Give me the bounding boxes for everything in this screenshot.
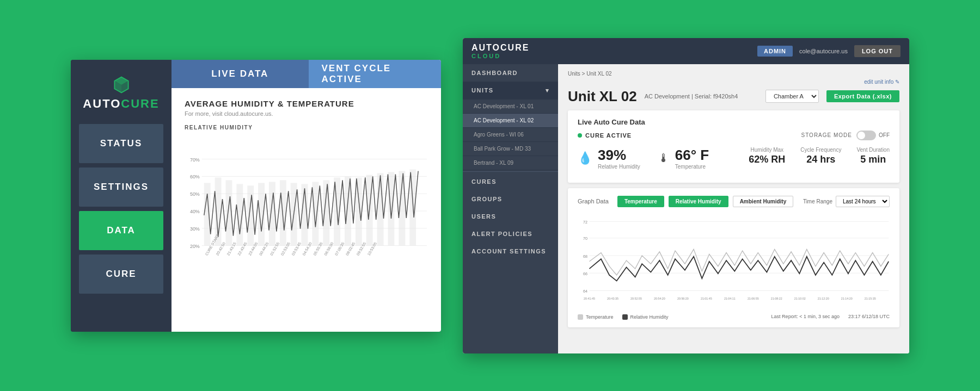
svg-rect-22 <box>269 182 275 245</box>
vent-dur-stat: Vent Duration 5 min <box>856 147 890 165</box>
svg-rect-29 <box>345 176 351 245</box>
svg-rect-30 <box>356 177 362 245</box>
web-sidebar: DASHBOARD UNITS ▾ AC Development - XL 01… <box>463 64 558 353</box>
edit-unit-link[interactable]: edit unit info ✎ <box>568 79 899 85</box>
web-panel: AUTOCURE CLOUD ADMIN cole@autocure.us LO… <box>463 38 909 353</box>
sidebar-item-dashboard[interactable]: DASHBOARD <box>463 64 558 82</box>
humidity-legend-color <box>622 314 628 320</box>
cycle-freq-label: Cycle Frequency <box>800 147 841 153</box>
temperature-metric: 🌡 66° F Temperature <box>658 147 709 170</box>
settings-button[interactable]: SETTINGS <box>79 167 163 207</box>
admin-badge: ADMIN <box>757 46 793 57</box>
sidebar-item-units[interactable]: UNITS ▾ <box>463 82 558 100</box>
temperature-value: 66° F <box>675 147 709 164</box>
vent-dur-label: Vent Duration <box>856 147 890 153</box>
legend-humidity: Relative Humidity <box>622 314 669 320</box>
cure-active-row: CURE ACTIVE STORAGE MODE OFF <box>578 131 890 140</box>
export-button[interactable]: Export Data (.xlsx) <box>826 90 899 102</box>
graph-data-section: Graph Data Temperature Relative Humidity… <box>568 188 899 327</box>
svg-text:30%: 30% <box>190 226 200 231</box>
breadcrumb: Units > Unit XL 02 <box>568 71 899 77</box>
sidebar-subitem-xl01[interactable]: AC Development - XL 01 <box>463 100 558 114</box>
time-utc: 23:17 6/12/18 UTC <box>848 314 890 319</box>
web-logo: AUTOCURE CLOUD <box>471 43 529 59</box>
time-range-select[interactable]: Last 24 hours <box>836 196 890 207</box>
svg-rect-16 <box>204 183 211 245</box>
sidebar-subitem-xl09[interactable]: Bertrand - XL 09 <box>463 156 558 170</box>
sidebar-subitem-xl02[interactable]: AC Development - XL 02 <box>463 114 558 128</box>
svg-text:50%: 50% <box>190 191 200 197</box>
graph-data-label: Graph Data <box>578 198 609 204</box>
humidity-chart-svg: 70% 60% 50% 40% 30% 20% <box>185 134 428 286</box>
svg-text:20:54:20: 20:54:20 <box>654 296 665 300</box>
humidity-max-value: 62% RH <box>749 154 785 165</box>
svg-text:66: 66 <box>583 271 587 276</box>
device-header: LIVE DATA VENT CYCLE ACTIVE <box>171 60 441 88</box>
svg-rect-26 <box>312 182 318 245</box>
svg-rect-23 <box>280 180 286 245</box>
sidebar-item-groups[interactable]: GROUPS <box>463 190 558 208</box>
humidity-icon: 💧 <box>578 151 592 165</box>
status-button[interactable]: STATUS <box>79 124 163 163</box>
svg-text:21:01:45: 21:01:45 <box>701 296 712 300</box>
svg-text:21:08:22: 21:08:22 <box>771 296 782 300</box>
svg-text:20%: 20% <box>190 243 200 249</box>
svg-text:21:04:11: 21:04:11 <box>724 296 736 300</box>
temperature-legend-color <box>578 314 583 320</box>
sidebar-item-users[interactable]: USERS <box>463 208 558 225</box>
sidebar-subitem-md33[interactable]: Ball Park Grow - MD 33 <box>463 142 558 156</box>
svg-text:20:43:35: 20:43:35 <box>607 296 618 300</box>
humidity-metric: 💧 39% Relative Humidity <box>578 147 640 170</box>
logout-button[interactable]: LOG OUT <box>854 45 901 57</box>
chamber-select[interactable]: Chamber A <box>765 90 819 103</box>
relative-humidity-btn[interactable]: Relative Humidity <box>669 196 728 207</box>
unit-title-row: Unit XL 02 AC Development | Serial: f942… <box>568 88 899 105</box>
temperature-legend-label: Temperature <box>586 314 614 320</box>
temperature-icon: 🌡 <box>658 151 670 165</box>
data-button[interactable]: DATA <box>79 211 163 250</box>
svg-text:20:52:55: 20:52:55 <box>630 296 642 300</box>
autocure-logo-icon <box>112 75 131 95</box>
svg-text:68: 68 <box>583 254 587 258</box>
sidebar-item-alert-policies[interactable]: ALERT POLICIES <box>463 225 558 243</box>
svg-text:20:41:45: 20:41:45 <box>584 296 595 300</box>
humidity-max-stat: Humidity Max 62% RH <box>749 147 785 165</box>
metrics-row: 💧 39% Relative Humidity 🌡 66° F Temperat… <box>578 147 890 170</box>
web-content: Units > Unit XL 02 edit unit info ✎ Unit… <box>558 64 909 353</box>
time-range-row: Time Range Last 24 hours <box>803 196 890 207</box>
svg-text:40%: 40% <box>190 208 200 214</box>
temperature-btn[interactable]: Temperature <box>617 196 664 207</box>
sidebar-subitem-wi06[interactable]: Agro Greens - WI 06 <box>463 128 558 142</box>
unit-title: Unit XL 02 <box>568 88 637 105</box>
temperature-label: Temperature <box>675 164 709 170</box>
ambient-humidity-btn[interactable]: Ambient Humidity <box>733 196 794 207</box>
svg-text:60%: 60% <box>190 174 200 179</box>
vent-dur-value: 5 min <box>856 154 890 165</box>
svg-text:70: 70 <box>583 237 587 241</box>
device-main: LIVE DATA VENT CYCLE ACTIVE AVERAGE HUMI… <box>171 60 441 332</box>
humidity-legend-label: Relative Humidity <box>630 314 669 320</box>
chart-legend: Temperature Relative Humidity <box>578 314 669 320</box>
svg-text:21:10:02: 21:10:02 <box>794 296 806 300</box>
main-chart: 72 70 68 66 64 <box>578 213 890 308</box>
unit-meta: AC Development | Serial: f9420sh4 <box>645 93 738 100</box>
cure-active-label: CURE ACTIVE <box>585 132 632 139</box>
cure-button[interactable]: CURE <box>79 255 163 294</box>
toggle-knob <box>857 132 865 139</box>
web-topbar: AUTOCURE CLOUD ADMIN cole@autocure.us LO… <box>463 38 909 64</box>
svg-text:72: 72 <box>583 220 587 224</box>
storage-mode-label: STORAGE MODE <box>801 132 853 138</box>
live-data-card: Live Auto Cure Data CURE ACTIVE STORAGE … <box>568 110 899 183</box>
time-range-label: Time Range <box>803 198 832 204</box>
sidebar-item-cures[interactable]: CURES <box>463 173 558 190</box>
device-content: AVERAGE HUMIDITY & TEMPERATURE For more,… <box>171 88 441 332</box>
sidebar-item-account-settings[interactable]: ACCOUNT SETTINGS <box>463 243 558 260</box>
storage-mode-toggle[interactable] <box>856 131 876 140</box>
vent-cycle-header: VENT CYCLE ACTIVE <box>309 60 442 88</box>
units-arrow-icon: ▾ <box>546 87 550 94</box>
cure-active-dot <box>578 133 582 138</box>
svg-text:21:06:55: 21:06:55 <box>748 296 759 300</box>
svg-text:70%: 70% <box>190 157 200 162</box>
chart-subtitle: For more, visit cloud.autocure.us. <box>185 110 428 117</box>
graph-controls-row: Graph Data Temperature Relative Humidity… <box>578 196 890 207</box>
